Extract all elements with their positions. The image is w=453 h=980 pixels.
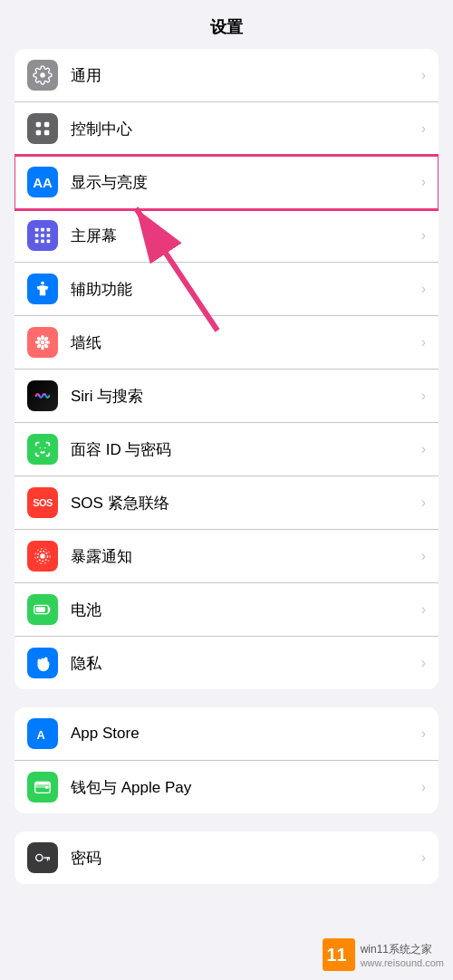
svg-text:A: A <box>37 728 45 742</box>
siri-label: Siri 与搜索 <box>71 386 416 407</box>
sidebar-item-control-center[interactable]: 控制中心 › <box>14 102 439 156</box>
svg-rect-9 <box>41 234 44 237</box>
privacy-label: 隐私 <box>71 653 416 674</box>
sidebar-item-accessibility[interactable]: 辅助功能 › <box>14 263 439 316</box>
svg-rect-32 <box>45 786 49 789</box>
wallet-chevron: › <box>421 779 426 795</box>
sidebar-item-siri[interactable]: Siri 与搜索 › <box>14 370 439 423</box>
svg-point-33 <box>36 854 43 860</box>
watermark-logo-icon: 11 <box>323 938 355 971</box>
siri-icon <box>27 380 58 411</box>
password-chevron: › <box>421 850 426 866</box>
svg-rect-7 <box>47 228 51 232</box>
sidebar-item-exposure[interactable]: 暴露通知 › <box>14 530 439 583</box>
sos-chevron: › <box>421 495 426 511</box>
svg-rect-13 <box>47 240 51 244</box>
control-center-label: 控制中心 <box>71 119 416 139</box>
svg-point-15 <box>41 341 45 345</box>
accessibility-icon <box>27 274 58 304</box>
accessibility-label: 辅助功能 <box>71 279 416 300</box>
general-chevron: › <box>421 67 426 83</box>
svg-text:11: 11 <box>326 945 346 965</box>
svg-rect-12 <box>41 240 44 244</box>
sos-label: SOS 紧急联络 <box>71 493 416 514</box>
face-id-label: 面容 ID 与密码 <box>71 439 416 460</box>
exposure-icon <box>27 541 58 572</box>
home-screen-icon <box>27 220 58 251</box>
sidebar-item-general[interactable]: 通用 › <box>14 49 439 102</box>
sidebar-item-display[interactable]: AA 显示与亮度 › <box>14 156 439 209</box>
sidebar-item-sos[interactable]: SOS SOS 紧急联络 › <box>14 476 439 530</box>
general-label: 通用 <box>71 65 416 86</box>
settings-list-1: 通用 › 控制中心 › AA 显示与亮度 › <box>14 49 439 689</box>
password-label: 密码 <box>71 848 416 869</box>
sidebar-item-wallpaper[interactable]: 墙纸 › <box>14 316 439 370</box>
section-3: 密码 › <box>0 831 453 884</box>
sidebar-item-privacy[interactable]: 隐私 › <box>14 637 439 689</box>
svg-point-16 <box>41 335 44 341</box>
svg-rect-10 <box>47 234 51 237</box>
exposure-label: 暴露通知 <box>71 546 416 567</box>
wallet-label: 钱包与 Apple Pay <box>71 777 416 798</box>
section-2: A App Store › 钱包与 Apple Pay › <box>0 707 453 813</box>
svg-rect-11 <box>35 240 39 244</box>
svg-point-14 <box>41 282 44 285</box>
display-chevron: › <box>421 174 426 190</box>
page-title: 设置 <box>0 0 453 49</box>
svg-rect-5 <box>35 228 39 232</box>
svg-rect-3 <box>36 130 42 136</box>
sos-icon: SOS <box>27 487 58 518</box>
svg-rect-8 <box>35 234 39 237</box>
wallet-icon <box>27 772 58 802</box>
home-screen-label: 主屏幕 <box>71 226 416 246</box>
face-id-icon <box>27 434 58 465</box>
wallpaper-chevron: › <box>421 334 426 351</box>
password-icon <box>27 842 58 873</box>
watermark-text: win11系统之家 www.reisound.com <box>361 942 444 968</box>
wallpaper-icon <box>27 327 58 358</box>
svg-point-18 <box>35 341 41 344</box>
battery-chevron: › <box>421 601 426 618</box>
settings-list-2: A App Store › 钱包与 Apple Pay › <box>14 707 439 813</box>
siri-chevron: › <box>421 388 426 404</box>
home-screen-chevron: › <box>421 227 426 244</box>
settings-list-3: 密码 › <box>14 831 439 884</box>
control-center-icon <box>27 113 58 144</box>
control-center-chevron: › <box>421 120 426 137</box>
svg-rect-6 <box>41 228 44 232</box>
svg-rect-28 <box>36 607 45 612</box>
privacy-chevron: › <box>421 655 426 671</box>
app-store-icon: A <box>27 718 58 749</box>
sidebar-item-password[interactable]: 密码 › <box>14 831 439 884</box>
svg-rect-1 <box>36 122 42 128</box>
display-label: 显示与亮度 <box>71 172 416 193</box>
exposure-chevron: › <box>421 548 426 564</box>
battery-icon <box>27 594 58 625</box>
watermark: 11 win11系统之家 www.reisound.com <box>323 938 444 971</box>
display-icon: AA <box>27 167 58 197</box>
accessibility-chevron: › <box>421 281 426 297</box>
svg-point-19 <box>45 341 51 344</box>
svg-point-0 <box>40 72 45 78</box>
svg-point-17 <box>41 345 44 351</box>
svg-rect-4 <box>44 130 50 136</box>
battery-label: 电池 <box>71 600 416 620</box>
general-icon <box>27 60 58 91</box>
sidebar-item-battery[interactable]: 电池 › <box>14 583 439 637</box>
sidebar-item-home-screen[interactable]: 主屏幕 › <box>14 209 439 263</box>
svg-point-24 <box>40 553 45 559</box>
privacy-icon <box>27 648 58 678</box>
sidebar-item-app-store[interactable]: A App Store › <box>14 707 439 761</box>
svg-rect-2 <box>44 122 50 128</box>
wallpaper-label: 墙纸 <box>71 332 416 353</box>
app-store-chevron: › <box>421 725 426 742</box>
app-store-label: App Store <box>71 725 416 743</box>
sidebar-item-wallet[interactable]: 钱包与 Apple Pay › <box>14 761 439 813</box>
face-id-chevron: › <box>421 441 426 457</box>
sidebar-item-face-id[interactable]: 面容 ID 与密码 › <box>14 423 439 476</box>
section-1: 通用 › 控制中心 › AA 显示与亮度 › <box>0 49 453 689</box>
